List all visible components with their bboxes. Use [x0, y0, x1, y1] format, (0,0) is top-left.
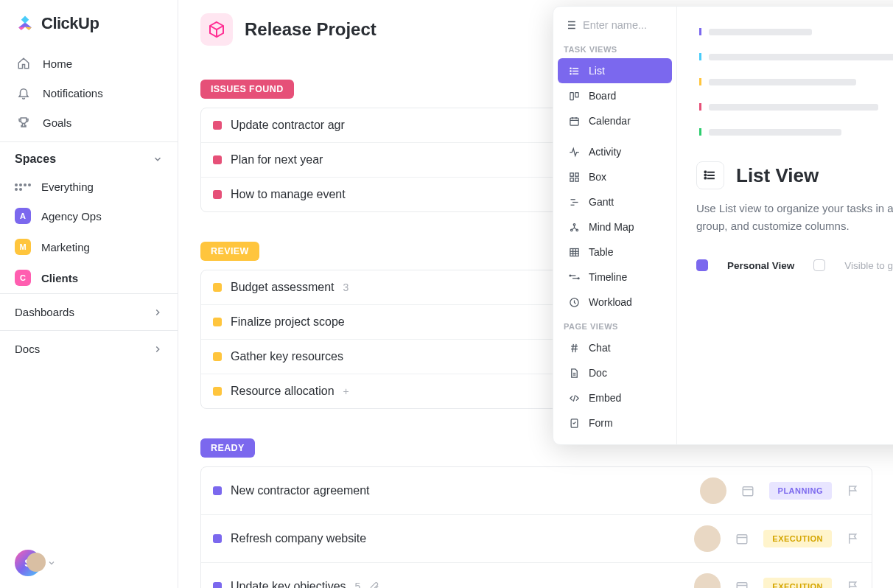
task-tag[interactable]: PLANNING [769, 482, 832, 500]
view-option-mind-map[interactable]: Mind Map [558, 214, 672, 239]
task-meta: EXECUTION [694, 573, 860, 588]
view-option-doc[interactable]: Doc [558, 360, 672, 385]
sidebar-section-docs[interactable]: Docs [0, 330, 178, 367]
task-list: New contractor agreement PLANNING Refres… [200, 466, 872, 588]
task-title: How to manage event [231, 188, 346, 201]
view-option-list[interactable]: List [558, 58, 672, 83]
svg-rect-2 [738, 535, 748, 544]
svg-rect-55 [705, 172, 707, 173]
view-type-list: TASK VIEWS ListBoardCalendarActivityBoxG… [553, 7, 677, 444]
view-option-label: Chat [589, 342, 611, 354]
sidebar-item-everything[interactable]: Everything [0, 173, 178, 200]
task-status-dot[interactable] [213, 534, 222, 543]
svg-rect-19 [575, 92, 578, 97]
due-date-icon[interactable] [741, 484, 754, 497]
sidebar-space-clients[interactable]: CClients [0, 262, 178, 293]
task-tag[interactable]: EXECUTION [763, 578, 832, 588]
task-status-dot[interactable] [213, 486, 222, 495]
priority-flag-icon[interactable] [847, 580, 860, 588]
space-badge: C [15, 270, 31, 286]
group-status-label[interactable]: ISSUES FOUND [200, 80, 294, 99]
group-status-label[interactable]: REVIEW [200, 242, 259, 261]
brand-logo[interactable]: ClickUp [0, 0, 178, 44]
space-label: Agency Ops [41, 210, 102, 223]
view-option-label: Board [589, 90, 616, 102]
svg-rect-24 [570, 172, 572, 175]
nav-item-notifications[interactable]: Notifications [0, 78, 178, 108]
task-row[interactable]: Update key objectives 5 EXECUTION [201, 562, 872, 588]
view-option-table[interactable]: Table [558, 239, 672, 265]
view-option-form[interactable]: Form [558, 410, 672, 435]
primary-nav: HomeNotificationsGoals [0, 44, 178, 141]
project-icon[interactable] [200, 13, 233, 46]
task-status-dot[interactable] [213, 352, 222, 361]
personal-view-checkbox[interactable] [696, 259, 708, 271]
user-menu[interactable]: S [0, 538, 178, 588]
chevron-down-icon [47, 559, 56, 567]
task-tag[interactable]: EXECUTION [763, 530, 832, 547]
assignee-avatar[interactable] [700, 477, 726, 504]
view-option-timeline[interactable]: Timeline [558, 265, 672, 290]
spaces-header[interactable]: Spaces [0, 141, 178, 173]
subtask-count: 3 [343, 281, 349, 293]
add-view-popover: TASK VIEWS ListBoardCalendarActivityBoxG… [553, 6, 893, 445]
task-status-dot[interactable] [213, 387, 222, 396]
activity-icon [568, 146, 580, 158]
task-status-dot[interactable] [213, 283, 222, 292]
sidebar-space-agency-ops[interactable]: AAgency Ops [0, 200, 178, 231]
view-name-input[interactable] [583, 19, 666, 31]
task-status-dot[interactable] [213, 318, 222, 326]
nav-item-goals[interactable]: Goals [0, 108, 178, 137]
due-date-icon[interactable] [735, 580, 749, 588]
nav-item-home[interactable]: Home [0, 49, 178, 78]
view-option-gantt[interactable]: Gantt [558, 189, 672, 214]
task-status-dot[interactable] [213, 190, 222, 199]
view-option-label: Doc [589, 367, 607, 379]
task-status-dot[interactable] [213, 121, 222, 130]
view-search [553, 13, 676, 38]
assignee-avatar[interactable] [694, 525, 721, 552]
task-status-dot[interactable] [213, 582, 222, 588]
svg-rect-56 [705, 175, 707, 176]
view-option-workload[interactable]: Workload [558, 290, 672, 315]
svg-rect-34 [570, 248, 578, 256]
view-option-label: List [589, 65, 605, 77]
view-preview-illustration [696, 24, 893, 139]
view-option-activity[interactable]: Activity [558, 139, 672, 164]
priority-flag-icon[interactable] [847, 484, 860, 497]
add-subtask-icon[interactable]: + [343, 385, 349, 397]
view-option-embed[interactable]: Embed [558, 385, 672, 410]
nav-item-label: Goals [43, 116, 71, 129]
subtask-count: 5 [355, 581, 361, 588]
view-option-board[interactable]: Board [558, 83, 672, 108]
assignee-avatar[interactable] [694, 573, 721, 588]
view-option-label: Timeline [589, 271, 627, 283]
table-icon [568, 246, 580, 258]
personal-view-label: Personal View [727, 260, 794, 271]
sidebar-section-dashboards[interactable]: Dashboards [0, 293, 178, 330]
page-title: Release Project [245, 19, 377, 40]
sidebar-space-marketing[interactable]: MMarketing [0, 231, 178, 262]
list-icon [564, 18, 577, 32]
group-status-label[interactable]: READY [200, 438, 255, 458]
preview-row [699, 125, 893, 139]
task-row[interactable]: New contractor agreement PLANNING [201, 467, 872, 514]
view-option-box[interactable]: Box [558, 164, 672, 189]
svg-rect-0 [743, 487, 753, 496]
svg-point-15 [570, 68, 570, 69]
view-option-calendar[interactable]: Calendar [558, 108, 672, 133]
view-option-label: Box [589, 171, 606, 183]
view-option-chat[interactable]: Chat [558, 335, 672, 360]
preview-row [699, 49, 893, 64]
task-row[interactable]: Refresh company website EXECUTION [201, 514, 872, 562]
chevron-right-icon [153, 307, 163, 318]
priority-flag-icon[interactable] [847, 532, 860, 545]
preview-row [699, 74, 893, 89]
due-date-icon[interactable] [735, 532, 749, 545]
svg-point-16 [570, 70, 570, 71]
preview-row [699, 24, 893, 39]
calendar-icon [568, 115, 580, 127]
visible-guests-checkbox[interactable] [813, 259, 825, 271]
view-option-label: Calendar [589, 115, 631, 127]
task-status-dot[interactable] [213, 155, 222, 164]
